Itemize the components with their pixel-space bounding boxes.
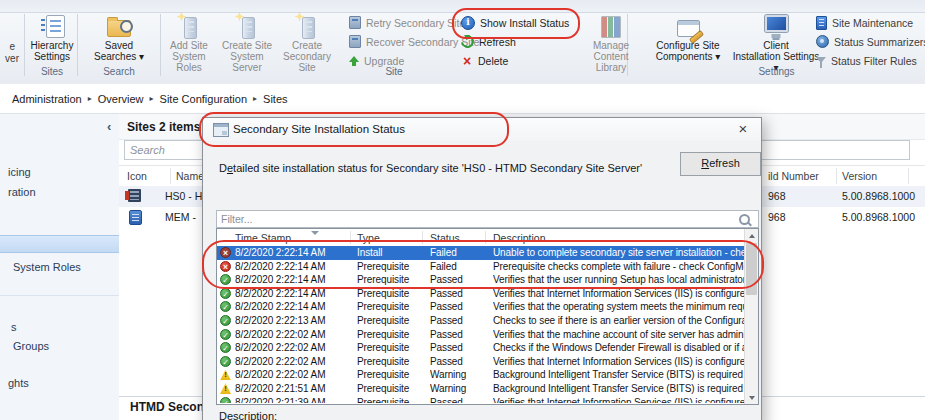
close-icon[interactable]: × (729, 119, 757, 139)
ribbon-cut-label-2: ver (5, 53, 19, 64)
cell-status: Warning (430, 368, 488, 382)
client-installation-settings-button[interactable]: ClientInstallation Settings ▾ (730, 13, 822, 67)
description-label: Description: (219, 410, 277, 420)
cell-type: Install (357, 246, 423, 260)
sidebar-item-fragment[interactable]: ration (8, 186, 36, 198)
ribbon-cut-label-1: e (9, 41, 15, 52)
breadcrumb: Administration ▸ Overview ▸ Site Configu… (0, 84, 925, 114)
upgrade-arrow-icon (349, 56, 359, 62)
failed-icon (220, 261, 231, 272)
column-divider[interactable] (422, 231, 423, 244)
server-icon (242, 17, 255, 39)
manage-content-library-button[interactable]: ManageContent Library (580, 13, 642, 67)
cell-timestamp: 8/2/2020 2:22:14 AM (235, 273, 351, 287)
sidebar-item-fragment[interactable]: Groups (13, 340, 49, 352)
table-row[interactable]: 8/2/2020 2:22:14 AM Prerequisite Passed … (217, 300, 744, 314)
button-label: Retry Secondary Site (366, 17, 465, 29)
warning-icon (220, 383, 231, 394)
table-row[interactable]: 8/2/2020 2:22:02 AM Prerequisite Warning… (217, 368, 744, 382)
column-header-version[interactable]: Version (842, 170, 877, 182)
table-row[interactable]: 8/2/2020 2:22:14 AM Install Failed Unabl… (217, 246, 744, 260)
dialog-titlebar[interactable]: Secondary Site Installation Status × (203, 118, 761, 141)
cell-site-name: MEM - (165, 211, 196, 223)
column-divider[interactable] (485, 231, 486, 244)
column-divider[interactable] (908, 168, 909, 184)
vertical-scrollbar[interactable] (744, 229, 758, 404)
table-row[interactable]: 8/2/2020 2:21:51 AM Prerequisite Warning… (217, 382, 744, 396)
scroll-down-icon[interactable] (745, 391, 758, 404)
column-divider[interactable] (170, 168, 171, 184)
column-divider[interactable] (350, 231, 351, 244)
column-divider[interactable] (836, 168, 837, 184)
passed-icon (220, 342, 231, 353)
checklist-icon (46, 15, 65, 38)
collapse-chevron-icon[interactable]: ‹ (107, 119, 119, 134)
column-header-name[interactable]: Name (176, 170, 204, 182)
sidebar-item-fragment[interactable]: ghts (8, 377, 29, 389)
table-row[interactable]: 8/2/2020 2:22:13 AM Prerequisite Passed … (217, 314, 744, 328)
table-row[interactable]: 8/2/2020 2:22:02 AM Prerequisite Passed … (217, 341, 744, 355)
sidebar-item-fragment[interactable]: System Roles (13, 261, 81, 273)
cell-version: 5.00.8968.1000 (842, 190, 915, 202)
cell-description: Verifies that the user running Setup has… (493, 273, 744, 287)
sidebar-item-fragment[interactable]: icing (8, 166, 31, 178)
filter-input[interactable] (217, 211, 715, 227)
table-row[interactable]: 8/2/2020 2:22:02 AM Prerequisite Passed … (217, 355, 744, 369)
table-row[interactable]: 8/2/2020 2:22:14 AM Prerequisite Failed … (217, 260, 744, 274)
refresh-button[interactable]: Refresh (461, 33, 516, 50)
table-row[interactable]: 8/2/2020 2:21:39 AM Prerequisite Passed … (217, 396, 744, 403)
column-header-status[interactable]: Status (430, 232, 460, 244)
column-header-description[interactable]: Description (493, 232, 546, 244)
cell-description: Prerequisite checks complete with failur… (493, 260, 744, 274)
cell-status: Passed (430, 300, 488, 314)
panel-title: Sites 2 items (127, 120, 200, 134)
create-site-system-server-button[interactable]: Create SiteSystem Server (218, 13, 276, 67)
column-header-build-number[interactable]: ild Number (768, 170, 819, 182)
status-badge-icon (816, 35, 829, 48)
column-header-time-stamp[interactable]: Time Stamp (235, 232, 291, 244)
scrollbar-thumb[interactable] (746, 243, 757, 295)
breadcrumb-item-sites[interactable]: Sites (263, 93, 287, 105)
breadcrumb-item-overview[interactable]: Overview (98, 93, 144, 105)
add-site-system-roles-button[interactable]: Add SiteSystem Roles (162, 13, 216, 67)
retry-secondary-site-button[interactable]: Retry Secondary Site (349, 14, 465, 31)
show-install-status-button[interactable]: Show Install Status (461, 14, 569, 31)
create-secondary-site-button[interactable]: CreateSecondary Site (278, 13, 336, 67)
scroll-up-icon[interactable] (745, 229, 758, 242)
ribbon: e ver HierarchySettings SavedSearches ▾ … (0, 0, 925, 85)
filter-box (216, 210, 759, 228)
table-row[interactable]: 8/2/2020 2:22:14 AM Prerequisite Passed … (217, 273, 744, 287)
detail-pane-title: HTMD Second (130, 400, 211, 414)
column-header-icon[interactable]: Icon (127, 170, 147, 182)
breadcrumb-item-site-configuration[interactable]: Site Configuration (160, 93, 247, 105)
info-status-icon (461, 16, 475, 30)
server-icon (129, 210, 142, 225)
cell-status: Failed (430, 246, 488, 260)
status-table: Time Stamp Type Status Description 8/2/2… (216, 228, 759, 405)
table-row[interactable]: 8/2/2020 2:22:02 AM Prerequisite Passed … (217, 328, 744, 342)
cell-description: Unable to complete secondary site server… (493, 246, 744, 260)
hierarchy-settings-button[interactable]: HierarchySettings (27, 13, 77, 67)
button-label: Settings (27, 51, 77, 62)
breadcrumb-item-administration[interactable]: Administration (12, 93, 82, 105)
sidebar-selected-item[interactable] (0, 235, 119, 253)
configure-site-components-button[interactable]: Configure SiteComponents ▾ (648, 13, 728, 67)
column-header-type[interactable]: Type (357, 232, 380, 244)
button-label: Refresh (479, 36, 516, 48)
cell-type: Prerequisite (357, 260, 423, 274)
window-icon (213, 123, 229, 137)
configmgr-console: e ver HierarchySettings SavedSearches ▾ … (0, 0, 925, 420)
saved-searches-button[interactable]: SavedSearches ▾ (85, 13, 153, 67)
sidebar-item-fragment[interactable]: s (11, 321, 17, 333)
button-label: Delete (478, 55, 508, 67)
table-row[interactable]: 8/2/2020 2:22:14 AM Prerequisite Passed … (217, 287, 744, 301)
ribbon-cut-button[interactable]: e ver (0, 13, 22, 67)
cell-description: Checks if the Windows Defender Firewall … (493, 341, 744, 355)
window-wrench-icon (677, 20, 700, 37)
site-maintenance-button[interactable]: Site Maintenance (816, 14, 913, 31)
status-summarizers-button[interactable]: Status Summarizers (816, 33, 925, 50)
cell-type: Prerequisite (357, 287, 423, 301)
ribbon-top-strip (0, 0, 925, 13)
cell-type: Prerequisite (357, 314, 423, 328)
dialog-refresh-button[interactable]: Refresh (680, 152, 761, 176)
